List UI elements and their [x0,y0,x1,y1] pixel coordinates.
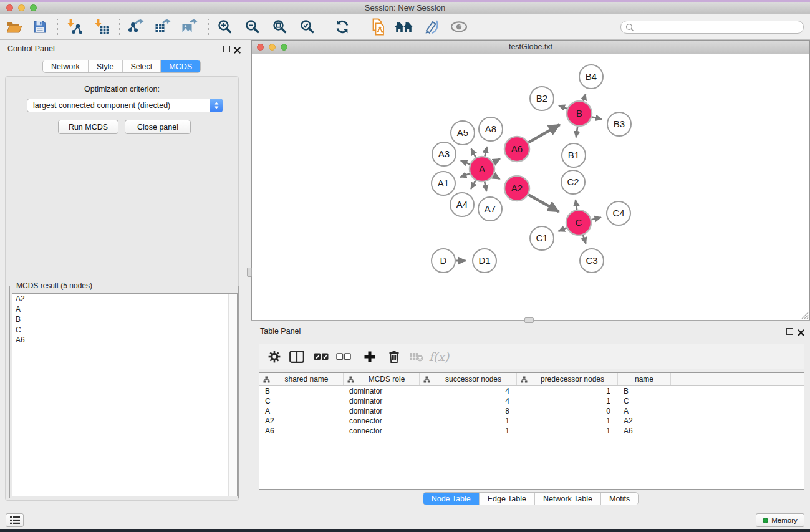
zoom-window-icon[interactable] [281,44,287,51]
edge-B-B2[interactable] [559,105,567,109]
cell-shared-name[interactable]: A6 [259,426,344,436]
edge-A-A4[interactable] [471,180,476,189]
close-panel-icon[interactable] [234,45,241,56]
table-row[interactable]: Cdominator41C [259,396,804,406]
window-controls[interactable] [6,4,37,11]
column-header-predecessor-nodes[interactable]: predecessor nodes [517,373,618,385]
close-panel-icon[interactable] [798,327,804,339]
zoom-selected-icon[interactable] [300,19,315,34]
network-window-controls[interactable] [257,44,287,51]
edge-B-B1[interactable] [576,127,577,138]
export-image-icon[interactable] [181,19,198,35]
cell-successor-nodes[interactable]: 4 [420,386,517,396]
edge-A2-C[interactable] [528,195,559,211]
criterion-dropdown[interactable]: largest connected component (directed) [27,99,223,112]
zoom-out-icon[interactable] [245,19,260,34]
settings-icon[interactable] [268,351,281,363]
close-panel-button[interactable]: Close panel [125,120,191,134]
zoom-window-icon[interactable] [30,4,37,11]
run-mcds-button[interactable]: Run MCDS [58,120,118,134]
scrollbar[interactable] [228,294,237,496]
cell-predecessor-nodes[interactable]: 1 [517,386,618,396]
cell-predecessor-nodes[interactable]: 1 [517,396,618,406]
edge-A-A2[interactable] [493,175,499,179]
mcds-result-item[interactable]: A [12,304,237,315]
table-row[interactable]: Bdominator41B [259,386,804,396]
table-row[interactable]: A6connector11A6 [259,426,804,436]
clone-network-icon[interactable] [370,18,385,36]
open-session-icon[interactable] [6,21,23,34]
table-row[interactable]: A2connector11A2 [259,416,804,426]
cell-shared-name[interactable]: B [259,386,344,396]
import-network-icon[interactable] [66,19,82,35]
cell-predecessor-nodes[interactable]: 0 [517,406,618,416]
import-table-icon[interactable] [94,19,110,35]
mcds-result-item[interactable]: B [12,314,237,325]
cell-mcds-role[interactable]: connector [344,426,420,436]
edge-C-C1[interactable] [559,228,567,231]
edge-A6-B[interactable] [528,125,559,143]
edge-C-C2[interactable] [576,200,577,210]
memory-button[interactable]: Memory [756,513,804,527]
delete-table-icon[interactable] [410,351,424,362]
mcds-result-item[interactable]: A6 [12,335,237,346]
close-window-icon[interactable] [6,4,13,11]
cell-predecessor-nodes[interactable]: 1 [517,416,618,426]
cell-name[interactable]: B [618,386,671,396]
tab-network[interactable]: Network [43,60,89,72]
tab-mcds[interactable]: MCDS [161,60,200,72]
network-window-titlebar[interactable]: testGlobe.txt [252,41,809,54]
zoom-in-icon[interactable] [218,19,233,34]
cell-successor-nodes[interactable]: 1 [420,426,517,436]
function-builder-icon[interactable]: f(x) [429,350,450,364]
mcds-result-item[interactable]: C [12,325,237,336]
table-row[interactable]: Adominator80A [259,406,804,416]
close-window-icon[interactable] [257,44,264,51]
tab-select[interactable]: Select [123,60,162,72]
unselect-all-columns-icon[interactable] [336,352,351,360]
select-all-columns-icon[interactable] [314,352,329,360]
column-browser-icon[interactable] [289,351,304,363]
edge-C-C4[interactable] [591,218,600,220]
export-table-icon[interactable] [155,19,171,35]
cell-name[interactable]: A6 [618,426,671,436]
edge-A-A8[interactable] [485,147,486,156]
panel-divider-grip[interactable] [247,268,252,277]
cell-successor-nodes[interactable]: 1 [420,416,517,426]
cell-name[interactable]: A2 [618,416,671,426]
show-log-button[interactable] [6,513,24,527]
cell-name[interactable]: C [618,396,671,406]
cell-successor-nodes[interactable]: 4 [420,396,517,406]
edge-B-B4[interactable] [583,94,586,101]
column-header-mcds-role[interactable]: MCDS role [344,373,420,385]
edge-A-A3[interactable] [461,161,470,165]
mcds-result-item[interactable]: A2 [12,294,237,304]
cell-mcds-role[interactable]: dominator [344,406,420,416]
node-table[interactable]: shared nameMCDS rolesuccessor nodesprede… [259,372,804,490]
cell-shared-name[interactable]: C [259,396,344,406]
refresh-icon[interactable] [335,19,350,34]
column-header-successor-nodes[interactable]: successor nodes [420,373,517,385]
tab-edge-table[interactable]: Edge Table [480,493,535,505]
edge-B-B3[interactable] [592,117,602,119]
cell-successor-nodes[interactable]: 8 [420,406,517,416]
edge-A-A5[interactable] [471,148,476,157]
create-column-icon[interactable] [364,351,376,362]
cell-predecessor-nodes[interactable]: 1 [517,426,618,436]
zoom-fit-icon[interactable] [272,19,287,34]
save-session-icon[interactable] [34,21,47,34]
edge-A-A7[interactable] [485,182,486,191]
float-panel-icon[interactable] [223,46,230,52]
tab-style[interactable]: Style [89,60,123,72]
show-all-eye-icon[interactable] [450,21,468,33]
search-input[interactable] [620,21,804,34]
mcds-result-list[interactable]: A2ABCA6 [12,293,238,496]
tab-node-table[interactable]: Node Table [423,493,480,505]
edge-C-C3[interactable] [583,235,586,244]
minimize-window-icon[interactable] [18,4,25,11]
cell-mcds-role[interactable]: dominator [344,386,420,396]
hide-labels-icon[interactable] [423,19,439,34]
minimize-window-icon[interactable] [269,44,276,51]
export-network-icon[interactable] [128,19,145,35]
cell-shared-name[interactable]: A2 [259,416,344,426]
